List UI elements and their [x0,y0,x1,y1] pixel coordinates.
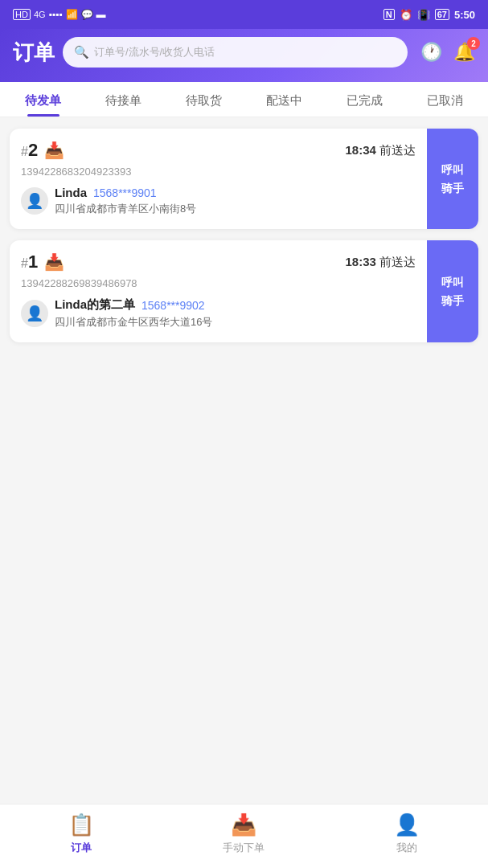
signal-bars: ▪▪▪▪ [49,9,63,20]
wifi-icon: 📶 [66,9,78,20]
bar-icon: ▬ [96,9,106,20]
mine-nav-label: 我的 [396,841,417,855]
order-top-row-2: #1 📥 18:33 前送达 [21,252,416,272]
header-icons: 🕐 🔔 2 [420,42,475,63]
contact-name-2: Linda的第二单 [55,297,135,313]
page-title: 订单 [13,39,55,67]
call-rider-button-1[interactable]: 呼叫骑手 [427,129,478,229]
manual-order-nav-icon: 📥 [231,813,256,837]
orders-nav-label: 订单 [71,841,92,855]
order-card-2: #1 📥 18:33 前送达 1394228826983948​6978 👤 [10,240,478,342]
contact-phone-2: 1568***9902 [141,299,205,312]
status-left: HD 4G ▪▪▪▪ 📶 💬 ▬ [13,9,106,20]
alarm-icon: ⏰ [400,9,412,21]
order-tracking-1: 13942286832049233​93 [21,166,416,178]
tab-cancelled[interactable]: 已取消 [404,82,485,117]
manual-order-nav-label: 手动下单 [223,841,265,855]
avatar-2: 👤 [21,300,48,327]
history-icon: 🕐 [420,42,442,62]
order-number-area-2: #1 📥 [21,252,64,272]
call-rider-button-2[interactable]: 呼叫骑手 [427,240,478,342]
hd-icon: HD [13,9,31,20]
contact-info-1: Linda 1568***9901 四川省成都市青羊区小南街8号 [55,186,196,216]
avatar-icon-1: 👤 [26,192,43,210]
contact-address-1: 四川省成都市青羊区小南街8号 [55,202,196,216]
order-type-icon-2: 📥 [44,252,64,272]
orders-nav-icon: 📋 [68,813,94,837]
tab-pending-send[interactable]: 待发单 [3,82,84,117]
order-number-2: #1 [21,252,38,272]
call-rider-label-1: 呼叫骑手 [441,161,464,197]
status-bar: HD 4G ▪▪▪▪ 📶 💬 ▬ N ⏰ 📳 67 5:50 [0,0,488,29]
contact-name-row-2: Linda的第二单 1568***9902 [55,297,212,313]
tab-pending-pickup[interactable]: 待取货 [164,82,244,117]
message-icon: 💬 [81,9,93,20]
order-type-icon-1: 📥 [44,141,64,160]
history-button[interactable]: 🕐 [420,42,442,63]
order-contact-row-2: 👤 Linda的第二单 1568***9902 四川省成都市金牛区西华大道16号 [21,297,416,330]
tab-delivering[interactable]: 配送中 [244,82,324,117]
tab-pending-accept[interactable]: 待接单 [84,82,164,117]
header: 订单 🔍 订单号/流水号/收货人电话 🕐 🔔 2 [0,29,488,82]
contact-name-1: Linda [55,186,87,199]
contact-info-2: Linda的第二单 1568***9902 四川省成都市金牛区西华大道16号 [55,297,212,330]
order-main-1: #2 📥 18:34 前送达 13942286832049233​93 👤 [10,129,427,229]
avatar-1: 👤 [21,187,48,215]
search-icon: 🔍 [74,45,89,59]
contact-address-2: 四川省成都市金牛区西华大道16号 [55,315,212,330]
notification-button[interactable]: 🔔 2 [453,42,475,63]
order-contact-row-1: 👤 Linda 1568***9901 四川省成都市青羊区小南街8号 [21,186,416,216]
bottom-nav: 📋 订单 📥 手动下单 👤 我的 [0,804,488,868]
order-time-area-1: 18:34 前送达 [345,143,416,158]
contact-name-row-1: Linda 1568***9901 [55,186,196,199]
signal-4g: 4G [34,10,46,19]
order-main-2: #1 📥 18:33 前送达 1394228826983948​6978 👤 [10,240,427,342]
call-rider-label-2: 呼叫骑手 [441,273,464,309]
order-number-1: #2 [21,140,38,161]
nav-item-orders[interactable]: 📋 订单 [0,813,162,860]
orders-list: #2 📥 18:34 前送达 13942286832049233​93 👤 [0,117,488,354]
vibrate-icon: 📳 [417,9,430,21]
nav-item-manual-order[interactable]: 📥 手动下单 [162,813,325,860]
search-placeholder: 订单号/流水号/收货人电话 [94,45,215,59]
order-time-area-2: 18:33 前送达 [345,255,416,270]
battery-icon: 67 [435,9,449,20]
contact-phone-1: 1568***9901 [93,186,157,199]
tabs-bar: 待发单 待接单 待取货 配送中 已完成 已取消 [0,82,488,117]
order-top-row-1: #2 📥 18:34 前送达 [21,140,416,161]
page-content: #2 📥 18:34 前送达 13942286832049233​93 👤 [0,117,488,418]
notification-badge: 2 [467,37,480,50]
status-right: N ⏰ 📳 67 5:50 [383,9,475,21]
order-tracking-2: 1394228826983948​6978 [21,277,416,289]
order-card-1: #2 📥 18:34 前送达 13942286832049233​93 👤 [10,129,478,229]
search-box[interactable]: 🔍 订单号/流水号/收货人电话 [63,37,408,68]
tab-completed[interactable]: 已完成 [324,82,404,117]
nfc-icon: N [383,9,395,20]
order-number-area-1: #2 📥 [21,140,64,161]
time-display: 5:50 [454,9,475,21]
avatar-icon-2: 👤 [26,305,43,322]
mine-nav-icon: 👤 [394,813,420,837]
nav-item-mine[interactable]: 👤 我的 [326,813,488,860]
